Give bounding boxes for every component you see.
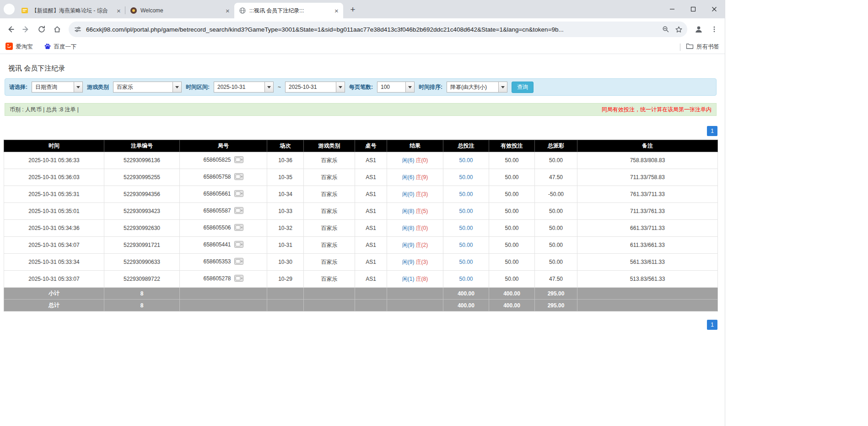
total-bet-link[interactable]: 50.00	[459, 208, 473, 214]
reload-button[interactable]	[34, 22, 49, 37]
search-button[interactable]: 查询	[512, 82, 534, 93]
replay-video-icon[interactable]	[234, 173, 243, 181]
cell-session: 10-31	[267, 237, 304, 254]
bet-table-header-row: 时间注单编号局号场次游戏类别桌号结果总投注有效投注总派彩备注	[4, 140, 718, 152]
cell-bet-id: 522930995255	[104, 169, 180, 186]
tab-close-icon[interactable]: ×	[333, 7, 340, 15]
column-header: 备注	[577, 140, 718, 152]
game-type-select[interactable]: 百家乐	[113, 82, 182, 93]
page-1-button[interactable]: 1	[707, 126, 717, 136]
total-bet-link[interactable]: 50.00	[459, 242, 473, 248]
total-bet-link[interactable]: 50.00	[459, 157, 473, 164]
result-player: 闲(6)	[402, 174, 415, 180]
tab-forum[interactable]: 【新提醒】海燕策略论坛 - 综合 ×	[16, 3, 125, 18]
close-window-button[interactable]	[704, 0, 725, 18]
column-header: 桌号	[355, 140, 387, 152]
tab-title: :::视讯 会员下注纪录:::	[249, 7, 331, 15]
result-player: 闲(6)	[402, 157, 415, 164]
cell-payout: -50.00	[535, 186, 577, 203]
home-button[interactable]	[49, 22, 65, 37]
page-1-button[interactable]: 1	[707, 320, 717, 330]
bet-table-body: 2025-10-31 05:36:33 522930996136 6586058…	[4, 152, 718, 288]
menu-dots-icon[interactable]	[706, 22, 722, 37]
all-bookmarks-label: 所有书签	[696, 43, 719, 51]
cell-payout: 50.00	[535, 203, 577, 220]
cell-bet-id: 522930996136	[104, 152, 180, 169]
cell-time: 2025-10-31 05:34:07	[4, 237, 104, 254]
per-page-label: 每页笔数:	[349, 83, 373, 91]
cell-payout: 50.00	[535, 254, 577, 271]
bookmark-baidu[interactable]: 百度一下	[44, 43, 77, 51]
game-type-value: 百家乐	[113, 82, 173, 92]
replay-video-icon[interactable]	[234, 190, 243, 198]
cell-empty	[267, 288, 304, 300]
bookmark-label: 爱淘宝	[16, 43, 33, 51]
bookmark-star-icon[interactable]	[672, 23, 685, 36]
back-button[interactable]	[3, 22, 18, 37]
cell-round: 658605441	[180, 237, 267, 254]
bookmark-label: 百度一下	[54, 43, 77, 51]
replay-video-icon[interactable]	[234, 224, 243, 232]
sort-select[interactable]: 降幂(由大到小)	[447, 82, 507, 93]
column-header: 场次	[267, 140, 304, 152]
cell-game-type: 百家乐	[304, 220, 355, 237]
total-bet-link[interactable]: 50.00	[459, 276, 473, 282]
bet-table-summary: 小计 8 400.00 400.00 295.00 总计 8	[4, 288, 718, 311]
tab-close-icon[interactable]: ×	[224, 7, 232, 15]
all-bookmarks-button[interactable]: 所有书签	[680, 43, 719, 51]
result-banker: 庄(8)	[416, 276, 428, 282]
round-number: 658605506	[203, 224, 231, 231]
cell-empty	[355, 288, 387, 300]
replay-video-icon[interactable]	[234, 207, 243, 215]
cell-note: 758.83/808.83	[577, 152, 718, 169]
replay-video-icon[interactable]	[234, 275, 243, 283]
chevron-down-icon[interactable]	[336, 82, 345, 92]
profile-avatar-icon[interactable]	[691, 22, 706, 37]
result-banker: 庄(0)	[416, 157, 428, 164]
cell-table-number: AS1	[355, 203, 387, 220]
result-banker: 庄(2)	[416, 242, 428, 248]
cell-valid-bet: 50.00	[489, 271, 535, 288]
total-bet-link[interactable]: 50.00	[459, 174, 473, 180]
forward-button[interactable]	[18, 22, 34, 37]
replay-video-icon[interactable]	[234, 156, 243, 164]
table-row: 2025-10-31 05:35:31 522930994356 6586056…	[4, 186, 718, 203]
chevron-down-icon[interactable]	[498, 82, 507, 92]
per-page-select[interactable]: 100	[377, 82, 415, 93]
query-type-select[interactable]: 日期查询	[32, 82, 83, 93]
round-number: 658605441	[203, 241, 231, 248]
date-to-select[interactable]: 2025-10-31	[285, 82, 345, 93]
maximize-button[interactable]	[683, 0, 704, 18]
chevron-down-icon[interactable]	[264, 82, 273, 92]
cell-game-type: 百家乐	[304, 254, 355, 271]
replay-video-icon[interactable]	[234, 258, 243, 266]
site-info-icon[interactable]	[74, 26, 81, 33]
table-row: 2025-10-31 05:33:34 522930990633 6586053…	[4, 254, 718, 271]
tab-close-icon[interactable]: ×	[115, 7, 123, 15]
zoom-icon[interactable]	[659, 23, 672, 36]
result-banker: 庄(3)	[416, 191, 428, 197]
tab-welcome[interactable]: Welcome ×	[125, 3, 234, 18]
cell-bet-id: 522930991721	[104, 237, 180, 254]
subtotal-payout: 295.00	[535, 288, 577, 300]
total-bet-link[interactable]: 50.00	[459, 259, 473, 265]
total-bet-link[interactable]: 50.00	[459, 225, 473, 231]
table-row: 2025-10-31 05:36:03 522930995255 6586057…	[4, 169, 718, 186]
minimize-button[interactable]	[662, 0, 683, 18]
new-tab-button[interactable]: +	[346, 3, 359, 16]
bookmark-taobao[interactable]: 爱淘宝	[5, 43, 33, 51]
tab-betrecord-active[interactable]: :::视讯 会员下注纪录::: ×	[234, 3, 343, 18]
chevron-down-icon[interactable]	[173, 82, 181, 92]
cell-total-bet: 50.00	[443, 186, 489, 203]
chevron-down-icon[interactable]	[74, 82, 82, 92]
url-bar[interactable]: 66cxkj98.com/ipl/portal.php/game/betreco…	[69, 22, 687, 37]
tab-search-button[interactable]	[4, 4, 15, 15]
chevron-down-icon[interactable]	[405, 82, 414, 92]
per-page-value: 100	[377, 82, 405, 92]
cell-session: 10-36	[267, 152, 304, 169]
cell-payout: 50.00	[535, 152, 577, 169]
replay-video-icon[interactable]	[234, 241, 243, 249]
total-bet-link[interactable]: 50.00	[459, 191, 473, 197]
date-from-select[interactable]: 2025-10-31	[214, 82, 274, 93]
cell-empty	[387, 300, 443, 311]
